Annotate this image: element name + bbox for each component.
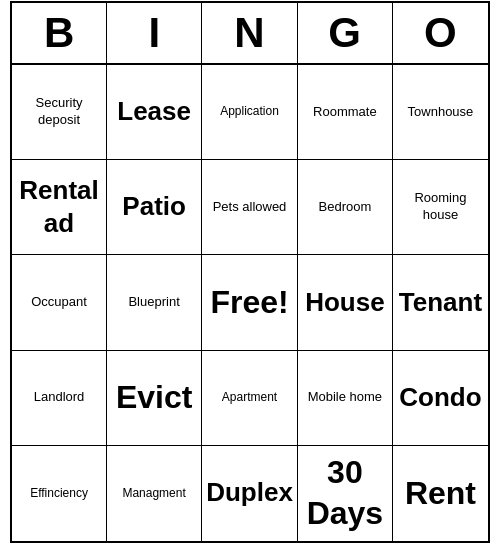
bingo-cell-6: Patio [107,160,202,255]
bingo-cell-13: House [298,255,393,350]
bingo-cell-24: Rent [393,446,488,541]
bingo-header: BINGO [12,3,488,65]
bingo-cell-9: Rooming house [393,160,488,255]
bingo-cell-12: Free! [202,255,298,350]
bingo-cell-20: Effinciency [12,446,107,541]
bingo-cell-17: Apartment [202,351,298,446]
bingo-cell-5: Rental ad [12,160,107,255]
header-letter-g: G [298,3,393,63]
bingo-cell-22: Duplex [202,446,298,541]
bingo-cell-4: Townhouse [393,65,488,160]
bingo-cell-11: Blueprint [107,255,202,350]
header-letter-i: I [107,3,202,63]
bingo-cell-16: Evict [107,351,202,446]
bingo-cell-3: Roommate [298,65,393,160]
bingo-card: BINGO Security depositLeaseApplicationRo… [10,1,490,543]
bingo-cell-0: Security deposit [12,65,107,160]
bingo-cell-1: Lease [107,65,202,160]
bingo-cell-10: Occupant [12,255,107,350]
bingo-grid: Security depositLeaseApplicationRoommate… [12,65,488,541]
bingo-cell-2: Application [202,65,298,160]
header-letter-o: O [393,3,488,63]
bingo-cell-23: 30 Days [298,446,393,541]
bingo-cell-14: Tenant [393,255,488,350]
bingo-cell-15: Landlord [12,351,107,446]
bingo-cell-7: Pets allowed [202,160,298,255]
bingo-cell-19: Condo [393,351,488,446]
bingo-cell-18: Mobile home [298,351,393,446]
header-letter-b: B [12,3,107,63]
header-letter-n: N [202,3,297,63]
bingo-cell-21: Managment [107,446,202,541]
bingo-cell-8: Bedroom [298,160,393,255]
